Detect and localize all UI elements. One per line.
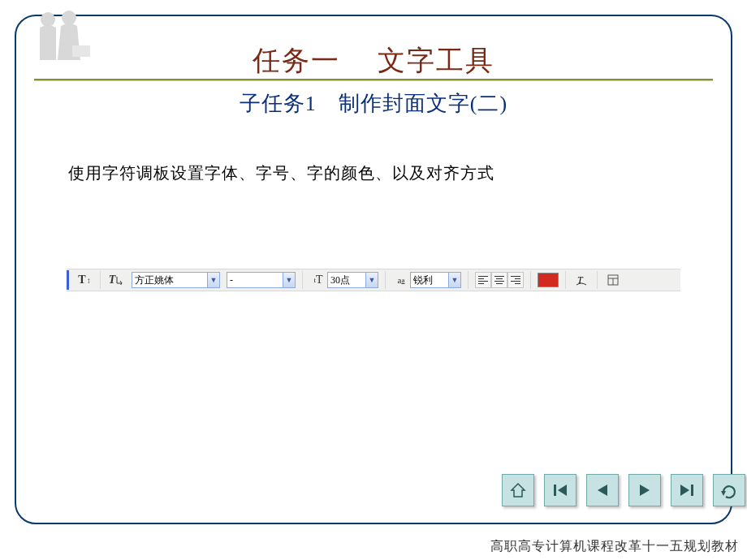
svg-marker-11 <box>680 485 689 496</box>
antialias-label: aa <box>392 271 410 289</box>
palettes-toggle-button[interactable] <box>604 271 622 289</box>
body-text: 使用字符调板设置字体、字号、字的颜色、以及对齐方式 <box>68 162 494 184</box>
nav-prev-button[interactable] <box>586 474 619 506</box>
font-size-combo[interactable]: ▼ <box>327 272 378 288</box>
slide-subtitle: 子任务1 制作封面文字(二) <box>0 89 747 118</box>
nav-return-button[interactable] <box>713 474 745 506</box>
svg-rect-7 <box>554 485 556 496</box>
font-style-combo[interactable]: ▼ <box>227 272 296 288</box>
toolbar-accent <box>67 270 69 290</box>
sep <box>597 271 598 289</box>
sep <box>100 271 101 289</box>
title-underline <box>34 79 713 81</box>
font-family-input[interactable] <box>132 273 207 287</box>
nav-home-button[interactable] <box>502 474 534 506</box>
svg-marker-13 <box>721 491 726 496</box>
font-size-input[interactable] <box>328 273 365 287</box>
svg-marker-9 <box>598 485 607 496</box>
text-color-swatch[interactable] <box>538 273 559 287</box>
chevron-down-icon[interactable]: ▼ <box>283 273 295 287</box>
svg-marker-8 <box>558 485 567 496</box>
sep <box>385 271 386 289</box>
sep <box>530 271 531 289</box>
align-center-button[interactable] <box>491 272 507 288</box>
text-direction-toggle-button[interactable]: T <box>107 271 125 289</box>
footer-text: 高职高专计算机课程改革十一五规划教材 <box>0 538 739 555</box>
svg-rect-12 <box>691 485 693 496</box>
align-left-button[interactable] <box>475 272 491 288</box>
text-options-toolbar: T ↕ T ▼ ▼ tT ▼ aa <box>67 269 680 291</box>
chevron-down-icon[interactable]: ▼ <box>448 273 460 287</box>
slide-title: 任务一 文字工具 <box>0 42 747 80</box>
nav-row <box>502 474 745 506</box>
align-right-button[interactable] <box>507 272 524 288</box>
font-size-icon: tT <box>309 271 327 289</box>
antialias-input[interactable] <box>411 273 448 287</box>
svg-point-0 <box>41 12 55 27</box>
font-style-input[interactable] <box>227 273 283 287</box>
antialias-combo[interactable]: ▼ <box>410 272 461 288</box>
nav-first-button[interactable] <box>544 474 576 506</box>
text-align-group <box>472 271 527 289</box>
orientation-arrow: ↕ <box>87 276 91 285</box>
chevron-down-icon[interactable]: ▼ <box>365 273 378 287</box>
chevron-down-icon[interactable]: ▼ <box>207 273 219 287</box>
svg-point-1 <box>62 11 76 25</box>
sep <box>565 271 566 289</box>
text-orientation-glyph: T <box>78 274 85 286</box>
font-family-combo[interactable]: ▼ <box>132 272 220 288</box>
nav-last-button[interactable] <box>671 474 703 506</box>
text-orientation-button[interactable]: T ↕ <box>76 271 93 289</box>
svg-marker-10 <box>640 485 650 496</box>
sep <box>468 271 468 289</box>
warp-text-button[interactable]: T <box>572 271 590 289</box>
sep <box>302 271 303 289</box>
nav-next-button[interactable] <box>628 474 661 506</box>
